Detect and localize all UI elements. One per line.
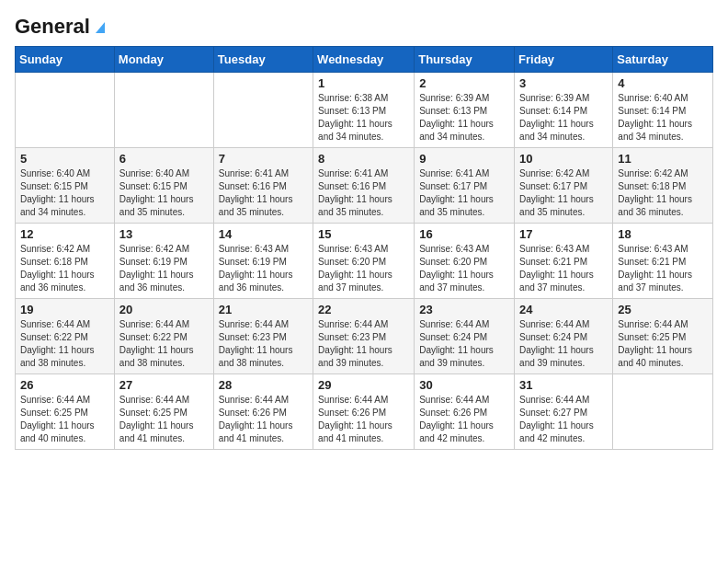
day-number: 10 bbox=[519, 152, 608, 166]
weekday-header: Friday bbox=[515, 47, 613, 73]
calendar-week-row: 19Sunrise: 6:44 AMSunset: 6:22 PMDayligh… bbox=[16, 299, 713, 374]
day-info: Sunrise: 6:39 AMSunset: 6:13 PMDaylight:… bbox=[419, 92, 509, 144]
day-number: 15 bbox=[318, 227, 409, 241]
calendar-day-cell: 14Sunrise: 6:43 AMSunset: 6:19 PMDayligh… bbox=[213, 224, 313, 299]
day-info: Sunrise: 6:40 AMSunset: 6:15 PMDaylight:… bbox=[119, 167, 209, 219]
calendar-day-cell bbox=[613, 374, 713, 450]
calendar-table: SundayMondayTuesdayWednesdayThursdayFrid… bbox=[15, 46, 713, 450]
day-info: Sunrise: 6:42 AMSunset: 6:18 PMDaylight:… bbox=[20, 243, 109, 294]
calendar-day-cell: 25Sunrise: 6:44 AMSunset: 6:25 PMDayligh… bbox=[613, 299, 713, 374]
day-info: Sunrise: 6:44 AMSunset: 6:27 PMDaylight:… bbox=[519, 394, 608, 445]
day-number: 23 bbox=[419, 303, 509, 316]
weekday-header: Wednesday bbox=[313, 47, 415, 73]
day-number: 4 bbox=[618, 76, 708, 90]
day-number: 3 bbox=[519, 76, 608, 90]
calendar-day-cell bbox=[213, 73, 313, 148]
day-number: 8 bbox=[318, 152, 409, 166]
calendar-day-cell: 10Sunrise: 6:42 AMSunset: 6:17 PMDayligh… bbox=[515, 148, 613, 224]
day-number: 5 bbox=[20, 152, 109, 166]
day-number: 13 bbox=[119, 227, 209, 241]
weekday-header: Sunday bbox=[16, 47, 115, 73]
day-info: Sunrise: 6:44 AMSunset: 6:22 PMDaylight:… bbox=[20, 318, 109, 370]
calendar-day-cell: 20Sunrise: 6:44 AMSunset: 6:22 PMDayligh… bbox=[114, 299, 213, 374]
logo-text-general: General bbox=[15, 15, 90, 39]
calendar-week-row: 26Sunrise: 6:44 AMSunset: 6:25 PMDayligh… bbox=[16, 374, 713, 450]
day-info: Sunrise: 6:43 AMSunset: 6:20 PMDaylight:… bbox=[318, 243, 409, 294]
day-number: 21 bbox=[219, 303, 308, 316]
calendar-day-cell: 4Sunrise: 6:40 AMSunset: 6:14 PMDaylight… bbox=[613, 73, 713, 148]
calendar-day-cell: 28Sunrise: 6:44 AMSunset: 6:26 PMDayligh… bbox=[213, 374, 313, 450]
calendar-day-cell: 31Sunrise: 6:44 AMSunset: 6:27 PMDayligh… bbox=[515, 374, 613, 450]
day-number: 22 bbox=[318, 303, 409, 316]
day-info: Sunrise: 6:44 AMSunset: 6:23 PMDaylight:… bbox=[318, 318, 409, 370]
day-info: Sunrise: 6:38 AMSunset: 6:13 PMDaylight:… bbox=[318, 92, 409, 144]
day-info: Sunrise: 6:43 AMSunset: 6:21 PMDaylight:… bbox=[519, 243, 608, 294]
day-number: 28 bbox=[219, 378, 308, 392]
calendar-week-row: 5Sunrise: 6:40 AMSunset: 6:15 PMDaylight… bbox=[16, 148, 713, 224]
calendar-day-cell: 7Sunrise: 6:41 AMSunset: 6:16 PMDaylight… bbox=[213, 148, 313, 224]
weekday-header: Saturday bbox=[613, 47, 713, 73]
logo: General bbox=[15, 15, 108, 35]
day-number: 14 bbox=[219, 227, 308, 241]
day-info: Sunrise: 6:40 AMSunset: 6:15 PMDaylight:… bbox=[20, 167, 109, 219]
day-info: Sunrise: 6:41 AMSunset: 6:16 PMDaylight:… bbox=[318, 167, 409, 219]
day-info: Sunrise: 6:40 AMSunset: 6:14 PMDaylight:… bbox=[618, 92, 708, 144]
calendar-day-cell: 6Sunrise: 6:40 AMSunset: 6:15 PMDaylight… bbox=[114, 148, 213, 224]
day-info: Sunrise: 6:44 AMSunset: 6:24 PMDaylight:… bbox=[519, 318, 608, 370]
day-number: 11 bbox=[618, 152, 708, 166]
day-number: 29 bbox=[318, 378, 409, 392]
calendar-day-cell: 1Sunrise: 6:38 AMSunset: 6:13 PMDaylight… bbox=[313, 73, 415, 148]
day-info: Sunrise: 6:44 AMSunset: 6:26 PMDaylight:… bbox=[318, 394, 409, 445]
day-info: Sunrise: 6:43 AMSunset: 6:19 PMDaylight:… bbox=[219, 243, 308, 294]
day-info: Sunrise: 6:44 AMSunset: 6:26 PMDaylight:… bbox=[419, 394, 509, 445]
day-info: Sunrise: 6:42 AMSunset: 6:17 PMDaylight:… bbox=[519, 167, 608, 219]
day-number: 6 bbox=[119, 152, 209, 166]
day-info: Sunrise: 6:44 AMSunset: 6:22 PMDaylight:… bbox=[119, 318, 209, 370]
calendar-day-cell: 2Sunrise: 6:39 AMSunset: 6:13 PMDaylight… bbox=[415, 73, 515, 148]
weekday-header: Tuesday bbox=[213, 47, 313, 73]
calendar-day-cell: 9Sunrise: 6:41 AMSunset: 6:17 PMDaylight… bbox=[415, 148, 515, 224]
calendar-day-cell: 13Sunrise: 6:42 AMSunset: 6:19 PMDayligh… bbox=[114, 224, 213, 299]
calendar-week-row: 1Sunrise: 6:38 AMSunset: 6:13 PMDaylight… bbox=[16, 73, 713, 148]
calendar-day-cell: 12Sunrise: 6:42 AMSunset: 6:18 PMDayligh… bbox=[16, 224, 115, 299]
day-number: 16 bbox=[419, 227, 509, 241]
calendar-week-row: 12Sunrise: 6:42 AMSunset: 6:18 PMDayligh… bbox=[16, 224, 713, 299]
calendar-day-cell bbox=[16, 73, 115, 148]
calendar-day-cell: 21Sunrise: 6:44 AMSunset: 6:23 PMDayligh… bbox=[213, 299, 313, 374]
day-info: Sunrise: 6:43 AMSunset: 6:20 PMDaylight:… bbox=[419, 243, 509, 294]
calendar-day-cell: 16Sunrise: 6:43 AMSunset: 6:20 PMDayligh… bbox=[415, 224, 515, 299]
day-number: 31 bbox=[519, 378, 608, 392]
day-info: Sunrise: 6:44 AMSunset: 6:25 PMDaylight:… bbox=[20, 394, 109, 445]
calendar-day-cell: 18Sunrise: 6:43 AMSunset: 6:21 PMDayligh… bbox=[613, 224, 713, 299]
day-number: 19 bbox=[20, 303, 109, 316]
calendar-day-cell: 22Sunrise: 6:44 AMSunset: 6:23 PMDayligh… bbox=[313, 299, 415, 374]
day-info: Sunrise: 6:41 AMSunset: 6:16 PMDaylight:… bbox=[219, 167, 308, 219]
day-number: 2 bbox=[419, 76, 509, 90]
day-number: 17 bbox=[519, 227, 608, 241]
weekday-header: Thursday bbox=[415, 47, 515, 73]
day-info: Sunrise: 6:43 AMSunset: 6:21 PMDaylight:… bbox=[618, 243, 708, 294]
day-number: 24 bbox=[519, 303, 608, 316]
day-number: 18 bbox=[618, 227, 708, 241]
calendar-day-cell: 27Sunrise: 6:44 AMSunset: 6:25 PMDayligh… bbox=[114, 374, 213, 450]
day-number: 9 bbox=[419, 152, 509, 166]
calendar-header-row: SundayMondayTuesdayWednesdayThursdayFrid… bbox=[16, 47, 713, 73]
weekday-header: Monday bbox=[114, 47, 213, 73]
day-info: Sunrise: 6:41 AMSunset: 6:17 PMDaylight:… bbox=[419, 167, 509, 219]
day-number: 26 bbox=[20, 378, 109, 392]
day-number: 25 bbox=[618, 303, 708, 316]
day-info: Sunrise: 6:44 AMSunset: 6:25 PMDaylight:… bbox=[618, 318, 708, 370]
calendar-day-cell bbox=[114, 73, 213, 148]
calendar-day-cell: 17Sunrise: 6:43 AMSunset: 6:21 PMDayligh… bbox=[515, 224, 613, 299]
day-info: Sunrise: 6:44 AMSunset: 6:25 PMDaylight:… bbox=[119, 394, 209, 445]
day-info: Sunrise: 6:42 AMSunset: 6:18 PMDaylight:… bbox=[618, 167, 708, 219]
calendar-day-cell: 26Sunrise: 6:44 AMSunset: 6:25 PMDayligh… bbox=[16, 374, 115, 450]
day-number: 7 bbox=[219, 152, 308, 166]
day-info: Sunrise: 6:44 AMSunset: 6:24 PMDaylight:… bbox=[419, 318, 509, 370]
calendar-day-cell: 3Sunrise: 6:39 AMSunset: 6:14 PMDaylight… bbox=[515, 73, 613, 148]
day-number: 20 bbox=[119, 303, 209, 316]
calendar-day-cell: 24Sunrise: 6:44 AMSunset: 6:24 PMDayligh… bbox=[515, 299, 613, 374]
calendar-day-cell: 5Sunrise: 6:40 AMSunset: 6:15 PMDaylight… bbox=[16, 148, 115, 224]
calendar-day-cell: 15Sunrise: 6:43 AMSunset: 6:20 PMDayligh… bbox=[313, 224, 415, 299]
day-number: 30 bbox=[419, 378, 509, 392]
